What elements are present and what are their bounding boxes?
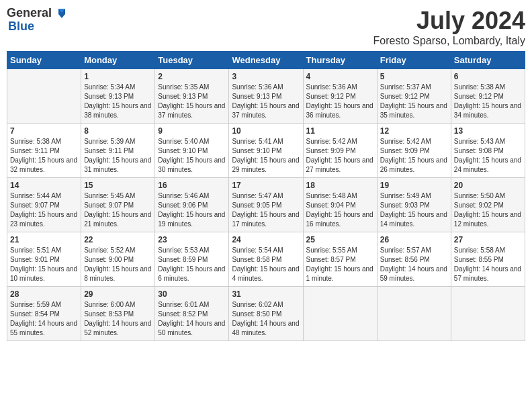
day-number: 1 xyxy=(84,72,152,81)
day-number: 24 xyxy=(232,235,300,244)
day-info: Sunrise: 5:43 AM Sunset: 9:08 PM Dayligh… xyxy=(454,137,522,175)
day-info: Sunrise: 5:46 AM Sunset: 9:06 PM Dayligh… xyxy=(158,191,226,229)
day-info: Sunrise: 5:42 AM Sunset: 9:09 PM Dayligh… xyxy=(306,137,374,175)
day-number: 8 xyxy=(84,126,152,136)
day-info: Sunrise: 5:58 AM Sunset: 8:55 PM Dayligh… xyxy=(454,246,522,283)
day-number: 13 xyxy=(454,126,522,136)
day-info: Sunrise: 5:51 AM Sunset: 9:01 PM Dayligh… xyxy=(10,246,78,283)
calendar-cell: 14Sunrise: 5:44 AM Sunset: 9:07 PM Dayli… xyxy=(7,178,81,232)
day-number: 3 xyxy=(232,72,300,81)
day-info: Sunrise: 5:55 AM Sunset: 8:57 PM Dayligh… xyxy=(306,246,374,283)
calendar-cell: 1Sunrise: 5:34 AM Sunset: 9:13 PM Daylig… xyxy=(81,69,155,124)
day-info: Sunrise: 5:42 AM Sunset: 9:09 PM Dayligh… xyxy=(380,137,448,175)
day-info: Sunrise: 5:36 AM Sunset: 9:13 PM Dayligh… xyxy=(232,83,300,120)
day-info: Sunrise: 5:49 AM Sunset: 9:03 PM Dayligh… xyxy=(380,191,448,229)
logo: General Blue xyxy=(7,7,66,34)
location-title: Foresto Sparso, Lombardy, Italy xyxy=(373,35,525,47)
calendar-cell: 22Sunrise: 5:52 AM Sunset: 9:00 PM Dayli… xyxy=(81,232,155,287)
calendar-cell xyxy=(7,69,81,124)
week-row-3: 14Sunrise: 5:44 AM Sunset: 9:07 PM Dayli… xyxy=(7,178,525,232)
day-number: 22 xyxy=(84,235,152,244)
day-info: Sunrise: 6:01 AM Sunset: 8:52 PM Dayligh… xyxy=(158,300,226,338)
calendar-cell: 25Sunrise: 5:55 AM Sunset: 8:57 PM Dayli… xyxy=(303,232,377,287)
calendar-cell: 30Sunrise: 6:01 AM Sunset: 8:52 PM Dayli… xyxy=(155,287,229,341)
header: General Blue July 2024 Foresto Sparso, L… xyxy=(7,7,525,47)
logo-blue-text: Blue xyxy=(8,20,66,34)
calendar-cell xyxy=(377,287,451,341)
day-info: Sunrise: 5:57 AM Sunset: 8:56 PM Dayligh… xyxy=(380,246,448,283)
day-number: 29 xyxy=(84,289,152,299)
calendar-cell: 23Sunrise: 5:53 AM Sunset: 8:59 PM Dayli… xyxy=(155,232,229,287)
calendar-cell: 6Sunrise: 5:38 AM Sunset: 9:12 PM Daylig… xyxy=(451,69,525,124)
day-number: 15 xyxy=(84,181,152,190)
calendar-cell: 10Sunrise: 5:41 AM Sunset: 9:10 PM Dayli… xyxy=(229,124,303,178)
day-number: 14 xyxy=(10,181,78,190)
column-header-sunday: Sunday xyxy=(7,52,81,69)
day-number: 11 xyxy=(306,126,374,136)
calendar-cell: 12Sunrise: 5:42 AM Sunset: 9:09 PM Dayli… xyxy=(377,124,451,178)
day-info: Sunrise: 5:50 AM Sunset: 9:02 PM Dayligh… xyxy=(454,191,522,229)
day-info: Sunrise: 5:38 AM Sunset: 9:12 PM Dayligh… xyxy=(454,83,522,120)
calendar-cell: 17Sunrise: 5:47 AM Sunset: 9:05 PM Dayli… xyxy=(229,178,303,232)
day-number: 16 xyxy=(158,181,226,190)
calendar-cell: 5Sunrise: 5:37 AM Sunset: 9:12 PM Daylig… xyxy=(377,69,451,124)
day-number: 4 xyxy=(306,72,374,81)
calendar-cell: 13Sunrise: 5:43 AM Sunset: 9:08 PM Dayli… xyxy=(451,124,525,178)
calendar-cell: 3Sunrise: 5:36 AM Sunset: 9:13 PM Daylig… xyxy=(229,69,303,124)
calendar-cell: 26Sunrise: 5:57 AM Sunset: 8:56 PM Dayli… xyxy=(377,232,451,287)
calendar-cell: 4Sunrise: 5:36 AM Sunset: 9:12 PM Daylig… xyxy=(303,69,377,124)
calendar-cell: 29Sunrise: 6:00 AM Sunset: 8:53 PM Dayli… xyxy=(81,287,155,341)
logo-general-text: General xyxy=(7,7,52,20)
day-number: 5 xyxy=(380,72,448,81)
day-info: Sunrise: 5:38 AM Sunset: 9:11 PM Dayligh… xyxy=(10,137,78,175)
week-row-2: 7Sunrise: 5:38 AM Sunset: 9:11 PM Daylig… xyxy=(7,124,525,178)
week-row-1: 1Sunrise: 5:34 AM Sunset: 9:13 PM Daylig… xyxy=(7,69,525,124)
calendar-cell: 21Sunrise: 5:51 AM Sunset: 9:01 PM Dayli… xyxy=(7,232,81,287)
column-header-monday: Monday xyxy=(81,52,155,69)
day-info: Sunrise: 5:54 AM Sunset: 8:58 PM Dayligh… xyxy=(232,246,300,283)
column-header-friday: Friday xyxy=(377,52,451,69)
week-row-5: 28Sunrise: 5:59 AM Sunset: 8:54 PM Dayli… xyxy=(7,287,525,341)
day-info: Sunrise: 6:00 AM Sunset: 8:53 PM Dayligh… xyxy=(84,300,152,338)
day-number: 19 xyxy=(380,181,448,190)
calendar-cell: 24Sunrise: 5:54 AM Sunset: 8:58 PM Dayli… xyxy=(229,232,303,287)
logo-icon xyxy=(52,7,66,19)
calendar-cell: 20Sunrise: 5:50 AM Sunset: 9:02 PM Dayli… xyxy=(451,178,525,232)
day-info: Sunrise: 5:59 AM Sunset: 8:54 PM Dayligh… xyxy=(10,300,78,338)
day-number: 27 xyxy=(454,235,522,244)
day-number: 21 xyxy=(10,235,78,244)
calendar-cell: 27Sunrise: 5:58 AM Sunset: 8:55 PM Dayli… xyxy=(451,232,525,287)
day-number: 9 xyxy=(158,126,226,136)
title-area: July 2024 Foresto Sparso, Lombardy, Ital… xyxy=(373,7,525,47)
day-info: Sunrise: 6:02 AM Sunset: 8:50 PM Dayligh… xyxy=(232,300,300,338)
calendar-cell: 28Sunrise: 5:59 AM Sunset: 8:54 PM Dayli… xyxy=(7,287,81,341)
calendar-cell: 2Sunrise: 5:35 AM Sunset: 9:13 PM Daylig… xyxy=(155,69,229,124)
calendar-header-row: SundayMondayTuesdayWednesdayThursdayFrid… xyxy=(7,52,525,69)
day-number: 2 xyxy=(158,72,226,81)
calendar-cell: 9Sunrise: 5:40 AM Sunset: 9:10 PM Daylig… xyxy=(155,124,229,178)
calendar-cell xyxy=(303,287,377,341)
calendar-cell: 7Sunrise: 5:38 AM Sunset: 9:11 PM Daylig… xyxy=(7,124,81,178)
calendar-cell: 18Sunrise: 5:48 AM Sunset: 9:04 PM Dayli… xyxy=(303,178,377,232)
day-info: Sunrise: 5:34 AM Sunset: 9:13 PM Dayligh… xyxy=(84,83,152,120)
day-info: Sunrise: 5:52 AM Sunset: 9:00 PM Dayligh… xyxy=(84,246,152,283)
day-info: Sunrise: 5:36 AM Sunset: 9:12 PM Dayligh… xyxy=(306,83,374,120)
day-number: 26 xyxy=(380,235,448,244)
calendar-cell: 16Sunrise: 5:46 AM Sunset: 9:06 PM Dayli… xyxy=(155,178,229,232)
day-info: Sunrise: 5:37 AM Sunset: 9:12 PM Dayligh… xyxy=(380,83,448,120)
day-number: 31 xyxy=(232,289,300,299)
day-info: Sunrise: 5:39 AM Sunset: 9:11 PM Dayligh… xyxy=(84,137,152,175)
day-number: 20 xyxy=(454,181,522,190)
column-header-thursday: Thursday xyxy=(303,52,377,69)
day-number: 30 xyxy=(158,289,226,299)
calendar-table: SundayMondayTuesdayWednesdayThursdayFrid… xyxy=(7,51,525,341)
column-header-tuesday: Tuesday xyxy=(155,52,229,69)
day-info: Sunrise: 5:35 AM Sunset: 9:13 PM Dayligh… xyxy=(158,83,226,120)
day-number: 25 xyxy=(306,235,374,244)
day-info: Sunrise: 5:44 AM Sunset: 9:07 PM Dayligh… xyxy=(10,191,78,229)
day-info: Sunrise: 5:41 AM Sunset: 9:10 PM Dayligh… xyxy=(232,137,300,175)
calendar-cell: 11Sunrise: 5:42 AM Sunset: 9:09 PM Dayli… xyxy=(303,124,377,178)
calendar-cell xyxy=(451,287,525,341)
calendar-cell: 15Sunrise: 5:45 AM Sunset: 9:07 PM Dayli… xyxy=(81,178,155,232)
day-info: Sunrise: 5:48 AM Sunset: 9:04 PM Dayligh… xyxy=(306,191,374,229)
